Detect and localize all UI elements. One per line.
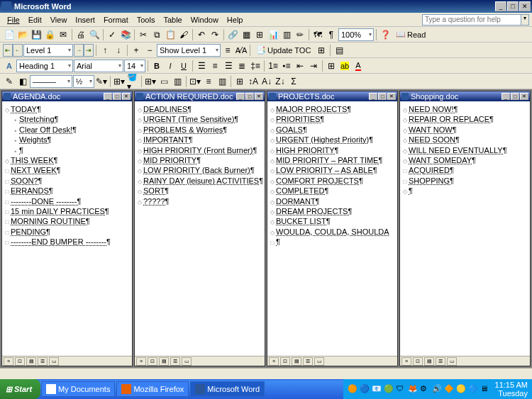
sort-desc-button[interactable]: Z↓ — [274, 75, 287, 88]
menu-view[interactable]: View — [46, 14, 72, 26]
outline-line[interactable]: ◇BUCKET LIST¶ — [269, 216, 396, 226]
read-button[interactable]: 📖 Read — [392, 28, 429, 41]
close-button[interactable]: ✕ — [519, 1, 531, 11]
outline-line[interactable]: ◇WILL NEED EVENTUALLY¶ — [401, 145, 528, 155]
outline-line[interactable]: □--------END BUMPER --------¶ — [4, 237, 131, 247]
normal-view-button[interactable]: ≡ — [269, 357, 279, 366]
print-view-button[interactable]: ▤ — [26, 357, 36, 366]
reading-view-button[interactable]: ▭ — [314, 357, 324, 366]
line-style-combo[interactable]: ——— — [30, 75, 72, 88]
dist-rows-button[interactable]: ≡ — [202, 75, 215, 88]
outline-line[interactable]: ▪Clear Off Desk!¶ — [12, 125, 131, 135]
drawing-button[interactable]: ✏ — [294, 28, 306, 41]
outline-line[interactable]: ◇URGENT (Highest Priority)¶ — [269, 135, 396, 145]
outline-line[interactable]: ◇GOALS¶ — [269, 125, 396, 135]
promote-heading-button[interactable]: ⇤ — [3, 44, 13, 57]
tray-icon[interactable]: 🖥 — [480, 384, 490, 394]
web-view-button[interactable]: ⊡ — [15, 357, 25, 366]
draw-table-button[interactable]: ✎ — [3, 75, 16, 88]
show-formatting-button[interactable]: A⁄A — [235, 44, 248, 57]
outline-line[interactable]: ◇WANT SOMEDAY¶ — [401, 155, 528, 165]
start-button[interactable]: ⊞ Start — [0, 379, 40, 399]
master-doc-button[interactable]: ▤ — [333, 44, 345, 57]
outline-line[interactable]: ◇?????¶ — [136, 196, 263, 206]
research-button[interactable]: 📚 — [119, 28, 132, 41]
doc-body[interactable]: ◇TODAY¶▪Stretching¶▪Clear Off Desk!¶▪Wei… — [2, 101, 132, 356]
increase-indent-button[interactable]: ⇥ — [307, 60, 320, 72]
help-dropdown-icon[interactable]: ▾ — [521, 14, 529, 26]
tray-icon[interactable]: 🔵 — [360, 384, 370, 394]
taskbar-firefox[interactable]: Mozilla Firefox — [116, 381, 189, 397]
font-color-button[interactable]: A — [352, 60, 365, 72]
outline-view-button[interactable]: ☰ — [170, 357, 180, 366]
decrease-indent-button[interactable]: ⇤ — [294, 60, 306, 72]
outline-line[interactable]: ◇PRIORITIES¶ — [269, 114, 396, 124]
taskbar-my-documents[interactable]: My Documents — [41, 381, 115, 397]
goto-toc-button[interactable]: ⊞ — [315, 44, 328, 57]
normal-view-button[interactable]: ≡ — [401, 357, 411, 366]
doc-minimize-button[interactable]: _ — [501, 93, 510, 100]
menu-edit[interactable]: Edit — [24, 14, 46, 26]
outline-line[interactable]: □PENDING¶ — [4, 227, 131, 237]
outline-view-button[interactable]: ☰ — [303, 357, 313, 366]
reading-view-button[interactable]: ▭ — [447, 357, 457, 366]
help-button[interactable]: ❓ — [379, 28, 392, 41]
bold-button[interactable]: B — [150, 60, 163, 72]
tray-icon[interactable]: 🟠 — [348, 384, 358, 394]
outside-border-button[interactable]: ⊞▾ — [113, 75, 126, 88]
spelling-button[interactable]: ✓ — [106, 28, 118, 41]
doc-titlebar[interactable]: AGENDA.doc_□✕ — [2, 91, 132, 101]
text-direction-button[interactable]: ↕A — [247, 75, 260, 88]
numbering-button[interactable]: 1≡ — [267, 60, 279, 72]
outline-line[interactable]: □ACQUIRED¶ — [401, 165, 528, 175]
outline-line[interactable]: ◇SORT¶ — [136, 186, 263, 196]
move-up-button[interactable]: ↑ — [99, 44, 111, 57]
doc-titlebar[interactable]: PROJECTS.doc_□✕ — [267, 91, 397, 101]
redo-button[interactable]: ↷ — [209, 28, 221, 41]
paste-button[interactable]: 📋 — [164, 28, 177, 41]
font-size-combo[interactable]: 14 — [124, 60, 145, 72]
tray-icon[interactable]: 🛡 — [396, 384, 406, 394]
outline-line[interactable]: ◇HIGH PRIORITY (Front Burner)¶ — [136, 145, 263, 155]
autoformat-button[interactable]: ⊞ — [233, 75, 246, 88]
outline-line[interactable]: ◇URGENT (Time Sensitive)¶ — [136, 114, 263, 124]
reading-view-button[interactable]: ▭ — [182, 357, 192, 366]
outline-line[interactable]: □15 min DAILY PRACTICES¶ — [4, 206, 131, 216]
outline-line[interactable]: ◇IMPORTANT¶ — [136, 135, 263, 145]
outline-line[interactable]: □ERRANDS¶ — [4, 186, 131, 196]
print-button[interactable]: 🖨 — [74, 28, 87, 41]
show-level-combo[interactable]: Show Level 1 — [157, 44, 221, 57]
hyperlink-button[interactable]: 🔗 — [226, 28, 239, 41]
collapse-button[interactable]: − — [143, 44, 156, 57]
highlight-button[interactable]: ab — [338, 60, 351, 72]
maximize-button[interactable]: □ — [507, 1, 519, 11]
underline-button[interactable]: U — [177, 60, 190, 72]
menu-tools[interactable]: Tools — [133, 14, 160, 26]
outline-line[interactable]: ◇MID PRIORITY¶ — [136, 155, 263, 165]
demote-button[interactable]: → — [74, 44, 84, 57]
outline-line[interactable]: ▪Weights¶ — [12, 135, 131, 145]
open-button[interactable]: 📂 — [16, 28, 29, 41]
outline-line[interactable]: ◇WANT NOW¶ — [401, 125, 528, 135]
doc-map-button[interactable]: 🗺 — [311, 28, 324, 41]
web-view-button[interactable]: ⊡ — [280, 357, 290, 366]
outline-line[interactable]: ◇REPAIR OR REPLACE¶ — [401, 114, 528, 124]
outline-line[interactable]: ◇LOW PRIORITY – AS ABLE¶ — [269, 165, 396, 175]
doc-minimize-button[interactable]: _ — [104, 93, 112, 100]
doc-close-button[interactable]: ✕ — [520, 93, 528, 100]
doc-minimize-button[interactable]: _ — [236, 93, 245, 100]
eraser-button[interactable]: ◧ — [16, 75, 29, 88]
outline-line[interactable]: ◇MID PRIORITY – PART TIME¶ — [269, 155, 396, 165]
borders-button[interactable]: ⊞ — [325, 60, 338, 72]
tray-icon[interactable]: 🔊 — [432, 384, 442, 394]
outline-line[interactable]: □¶ — [269, 237, 396, 247]
permission-button[interactable]: 🔒 — [43, 28, 56, 41]
tray-icon[interactable]: 🔶 — [444, 384, 454, 394]
print-view-button[interactable]: ▤ — [159, 357, 169, 366]
print-view-button[interactable]: ▤ — [292, 357, 301, 366]
email-button[interactable]: ✉ — [57, 28, 70, 41]
insert-table-button[interactable]: ⊞ — [253, 28, 266, 41]
outline-line[interactable]: ▪¶ — [12, 145, 131, 155]
outline-line[interactable]: ▪Stretching¶ — [12, 114, 131, 124]
split-cells-button[interactable]: ▥ — [171, 75, 184, 88]
